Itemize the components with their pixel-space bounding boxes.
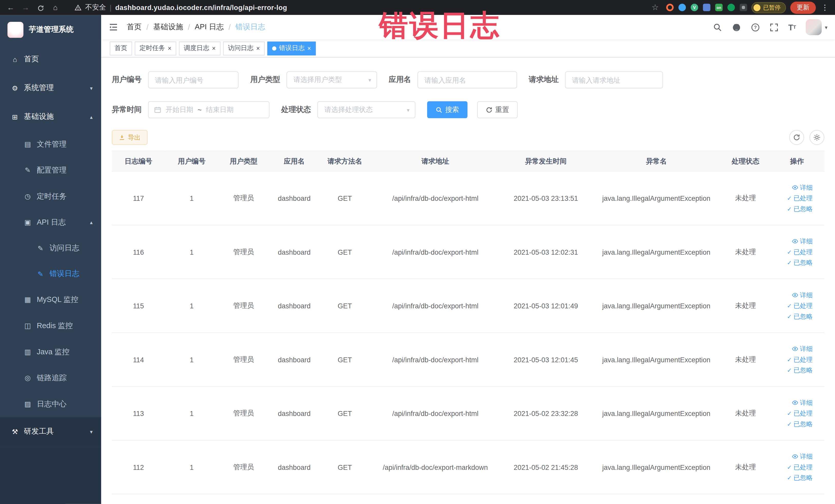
column-settings-icon[interactable] (809, 130, 824, 145)
extension-ring-icon[interactable] (666, 4, 674, 11)
processed-link[interactable]: ✓已处理 (787, 463, 813, 472)
sidebar-item-home[interactable]: ⌂首页 (0, 45, 101, 74)
cell-exception-name: java.lang.IllegalArgumentException (591, 225, 721, 279)
logo-image (7, 22, 23, 38)
refresh-icon[interactable] (789, 130, 804, 145)
cell-process-status: 未处理 (721, 171, 770, 225)
detail-link[interactable]: 详细 (792, 291, 813, 300)
avatar-image (806, 19, 822, 35)
view-tag[interactable]: 调度日志× (179, 41, 221, 55)
user-type-select[interactable]: 请选择用户类型 ▾ (286, 72, 377, 88)
sidebar-item-dev-tools[interactable]: ⚒研发工具▾ (0, 417, 101, 446)
filter-row-2: 异常时间 开始日期 ~ 结束日期 处理状态 请选择处理状态 ▾ (112, 101, 824, 118)
help-icon[interactable]: ? (751, 23, 760, 32)
ignored-link[interactable]: ✓已忽略 (787, 420, 813, 428)
extensions-puzzle-icon[interactable] (740, 4, 747, 11)
bookmark-star-icon[interactable]: ☆ (651, 3, 662, 12)
view-tag[interactable]: 定时任务× (135, 41, 176, 55)
extension-vue-icon[interactable]: V (691, 4, 698, 11)
forward-icon[interactable]: → (20, 3, 31, 12)
date-start-placeholder: 开始日期 (166, 105, 193, 115)
cell-exception-time: 2021-05-02 23:32:28 (501, 386, 591, 440)
sidebar-item-config-mgmt[interactable]: ✎配置管理 (0, 157, 101, 183)
sidebar-item-file-mgmt[interactable]: ▤文件管理 (0, 131, 101, 157)
check-icon: ✓ (787, 313, 792, 320)
breadcrumb-item[interactable]: 首页 (127, 22, 142, 32)
processed-link[interactable]: ✓已处理 (787, 409, 813, 418)
processed-link[interactable]: ✓已处理 (787, 194, 813, 203)
paused-badge[interactable]: 已暂停 (751, 2, 786, 13)
app-logo[interactable]: 芋道管理系统 (0, 15, 101, 45)
processed-link[interactable]: ✓已处理 (787, 247, 813, 257)
column-header-exception-time: 异常发生时间 (501, 151, 591, 171)
detail-link[interactable]: 详细 (792, 452, 813, 461)
extension-leaf-icon[interactable] (728, 4, 735, 11)
cell-actions: 详细✓已处理✓已忽略 (770, 279, 824, 333)
reset-button[interactable]: 重置 (477, 101, 518, 118)
user-avatar[interactable]: ▾ (806, 19, 828, 35)
action-label: 已处理 (793, 301, 813, 310)
sidebar-item-mysql-monitor[interactable]: ▦MySQL 监控 (0, 286, 101, 313)
search-button[interactable]: 搜索 (427, 101, 468, 118)
exception-time-range-picker[interactable]: 开始日期 ~ 结束日期 (148, 101, 269, 118)
view-tag[interactable]: 访问日志× (223, 41, 265, 55)
sidebar-item-trace[interactable]: ◎链路追踪 (0, 365, 101, 391)
request-url-input[interactable] (565, 72, 663, 88)
log-center-icon: ▨ (23, 400, 32, 408)
processed-link[interactable]: ✓已处理 (787, 355, 813, 364)
extension-grid-icon[interactable] (703, 4, 710, 11)
database-icon: ▦ (23, 296, 32, 303)
app-name-input[interactable] (418, 72, 517, 88)
cell-actions: 详细✓已处理✓已忽略 (770, 386, 824, 440)
search-icon[interactable] (713, 23, 722, 32)
ignored-link[interactable]: ✓已忽略 (787, 366, 813, 375)
process-status-select[interactable]: 请选择处理状态 ▾ (317, 101, 415, 118)
detail-link[interactable]: 详细 (792, 183, 813, 192)
breadcrumb-item[interactable]: API 日志 (195, 22, 224, 32)
back-icon[interactable]: ← (5, 3, 16, 12)
close-icon[interactable]: × (307, 45, 311, 52)
error-log-table: 日志编号用户编号用户类型应用名请求方法名请求地址异常发生时间异常名处理状态操作 … (112, 151, 824, 494)
browser-menu-icon[interactable]: ⋮ (820, 3, 830, 12)
eye-icon (792, 346, 798, 352)
close-icon[interactable]: × (212, 45, 216, 52)
ignored-link[interactable]: ✓已忽略 (787, 473, 813, 482)
detail-link[interactable]: 详细 (792, 344, 813, 353)
ignored-link[interactable]: ✓已忽略 (787, 258, 813, 267)
sidebar-item-log-center[interactable]: ▨日志中心 (0, 391, 101, 417)
ignored-link[interactable]: ✓已忽略 (787, 204, 813, 213)
detail-link[interactable]: 详细 (792, 398, 813, 407)
breadcrumb-item[interactable]: 基础设施 (153, 22, 183, 32)
browser-home-icon[interactable]: ⌂ (50, 3, 61, 12)
view-tag[interactable]: 首页 (109, 41, 132, 55)
sidebar-item-label: 错误日志 (49, 269, 79, 279)
fullscreen-icon[interactable] (770, 23, 778, 32)
close-icon[interactable]: × (256, 45, 260, 52)
sidebar-item-system-mgmt[interactable]: ⚙系统管理▾ (0, 74, 101, 102)
extension-on-icon[interactable]: on (715, 4, 722, 11)
home-icon: ⌂ (11, 55, 19, 63)
action-label: 详细 (800, 398, 813, 407)
sidebar-item-redis-monitor[interactable]: ◫Redis 监控 (0, 313, 101, 339)
sidebar-item-infrastructure[interactable]: ⊞基础设施▴ (0, 102, 101, 131)
close-icon[interactable]: × (168, 45, 172, 52)
detail-link[interactable]: 详细 (792, 237, 813, 246)
browser-update-button[interactable]: 更新 (790, 1, 816, 14)
reload-icon[interactable] (35, 3, 46, 12)
user-id-input[interactable] (148, 72, 239, 88)
sidebar-item-access-log[interactable]: ✎访问日志 (0, 236, 101, 261)
sidebar-item-error-log[interactable]: ✎错误日志 (0, 261, 101, 287)
hamburger-icon[interactable] (108, 22, 118, 32)
cell-log-id: 115 (112, 279, 165, 333)
ignored-link[interactable]: ✓已忽略 (787, 312, 813, 321)
sidebar-item-api-log[interactable]: ▣API 日志▴ (0, 209, 101, 236)
processed-link[interactable]: ✓已处理 (787, 301, 813, 310)
github-icon[interactable] (732, 22, 741, 32)
export-button[interactable]: 导出 (112, 130, 148, 145)
sidebar-item-scheduled-jobs[interactable]: ◷定时任务 (0, 183, 101, 209)
extension-blue-icon[interactable] (678, 4, 686, 11)
font-size-icon[interactable]: TT (788, 23, 796, 32)
sidebar-item-java-monitor[interactable]: ▥Java 监控 (0, 339, 101, 365)
address-bar[interactable]: 不安全 | dashboard.yudao.iocoder.cn/infra/l… (65, 3, 662, 12)
view-tag[interactable]: 错误日志× (267, 41, 316, 55)
